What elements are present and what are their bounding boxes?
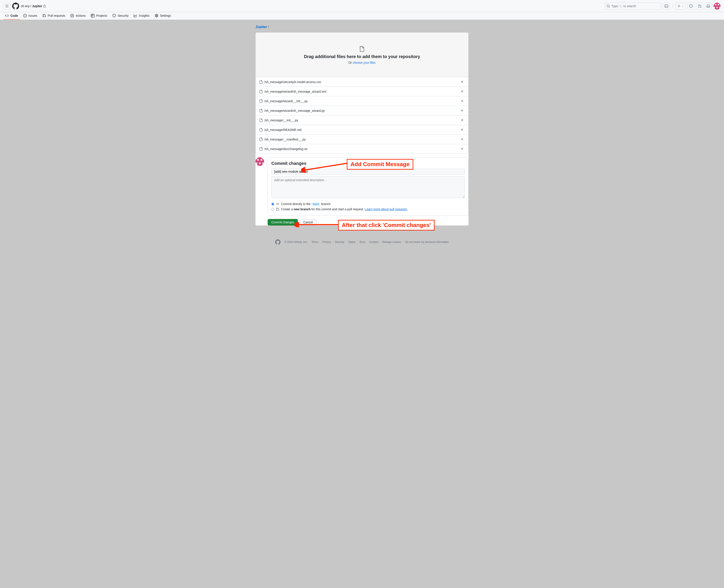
breadcrumb-separator: / (268, 25, 269, 29)
inbox-icon (707, 4, 710, 8)
file-path: /sh_message/doc/changelog.rst (264, 147, 457, 151)
github-logo[interactable] (12, 3, 19, 9)
annotation-add-message: Add Commit Message (347, 159, 413, 170)
github-mark-icon (12, 3, 19, 9)
tab-insights[interactable]: Insights (132, 12, 151, 20)
file-row: /sh_message/__manifest__.py ✕ (256, 134, 468, 144)
footer-security-link[interactable]: Security (335, 240, 344, 244)
cancel-button[interactable]: Cancel (300, 219, 317, 226)
pull-requests-global-button[interactable] (696, 3, 703, 9)
remove-file-button[interactable]: ✕ (460, 137, 465, 142)
lock-icon (43, 4, 46, 7)
file-icon (259, 128, 263, 131)
file-row: /sh_message/security/ir.model.access.csv… (256, 77, 468, 87)
remove-file-button[interactable]: ✕ (460, 127, 465, 132)
owner-link[interactable]: sh-erp (21, 4, 29, 8)
graph-icon (134, 14, 137, 17)
page-breadcrumb: Jupiter / (255, 25, 469, 29)
radio-commit-direct-input[interactable] (271, 203, 274, 206)
commit-target-options: Commit directly to the test branch. Crea… (271, 202, 465, 212)
repo-nav: Code Issues Pull requests Actions Projec… (0, 12, 724, 20)
file-path: /sh_message/wizard/__init__.py (264, 99, 457, 103)
annotation-click-commit: After that click 'Commit changes' (338, 220, 434, 231)
avatar-image (714, 3, 721, 9)
file-row: /sh_message/wizard/sh_message_wizard.py … (256, 106, 468, 115)
pull-request-icon (42, 14, 46, 17)
tab-projects[interactable]: Projects (89, 12, 109, 20)
file-row: /sh_message/wizard/sh_message_wizard.xml… (256, 87, 468, 96)
plus-icon (677, 4, 681, 8)
commit-avatar (255, 157, 264, 166)
pull-request-icon (698, 4, 701, 8)
file-path: /sh_message/__manifest__.py (264, 138, 457, 141)
radio-newbranch-bold: new branch (294, 207, 311, 211)
learn-more-pulls-link[interactable]: Learn more about pull requests. (365, 207, 408, 211)
radio-new-branch[interactable]: Create a new branch for this commit and … (271, 207, 465, 212)
breadcrumb-separator: / (30, 4, 31, 8)
create-new-button[interactable] (675, 3, 686, 9)
file-icon (259, 90, 263, 93)
file-dropzone[interactable]: Drag additional files here to add them t… (255, 33, 469, 77)
tab-code[interactable]: Code (3, 12, 20, 20)
search-icon (606, 4, 610, 8)
tab-pulls[interactable]: Pull requests (41, 12, 67, 20)
radio-newbranch-pre: Create a (281, 207, 294, 211)
tab-issues-label: Issues (28, 14, 37, 17)
commit-changes-button[interactable]: Commit changes (268, 219, 298, 226)
dropzone-heading: Drag additional files here to add them t… (304, 54, 420, 59)
footer-docs-link[interactable]: Docs (359, 240, 365, 244)
footer-status-link[interactable]: Status (348, 240, 356, 244)
command-palette-button[interactable] (663, 3, 670, 9)
radio-direct-pre: Commit directly to the (281, 202, 311, 206)
remove-file-button[interactable]: ✕ (460, 79, 465, 84)
footer-cookies-link[interactable]: Manage cookies (382, 240, 401, 244)
radio-new-branch-input[interactable] (271, 208, 274, 211)
remove-file-button[interactable]: ✕ (460, 99, 465, 104)
radio-commit-direct[interactable]: Commit directly to the test branch. (271, 202, 465, 207)
caret-down-icon (682, 5, 684, 7)
file-path: /sh_message/wizard/sh_message_wizard.py (264, 109, 457, 112)
tab-pulls-label: Pull requests (48, 14, 65, 17)
tab-settings[interactable]: Settings (153, 12, 173, 20)
branch-name-badge: test (311, 203, 320, 206)
footer-logo (275, 239, 280, 245)
file-icon (259, 80, 263, 84)
radio-newbranch-post: for this commit and start a pull request… (311, 207, 365, 211)
search-input[interactable]: Type / to search (605, 3, 661, 9)
file-path: /sh_message/README.md (264, 128, 457, 131)
tab-security[interactable]: Security (111, 12, 130, 20)
file-row: /sh_message/README.md ✕ (256, 125, 468, 134)
remove-file-button[interactable]: ✕ (460, 108, 465, 113)
footer-privacy-link[interactable]: Privacy (322, 240, 331, 244)
issues-global-button[interactable] (687, 3, 695, 9)
tab-actions[interactable]: Actions (69, 12, 87, 20)
file-icon (359, 45, 365, 52)
user-avatar-button[interactable] (714, 3, 721, 9)
tab-issues[interactable]: Issues (22, 12, 39, 20)
commit-description-textarea[interactable] (271, 176, 465, 198)
search-placeholder-pre: Type (611, 4, 618, 8)
choose-files-link[interactable]: choose your files (353, 61, 376, 64)
notifications-button[interactable] (705, 3, 712, 9)
code-icon (5, 14, 9, 17)
remove-file-button[interactable]: ✕ (460, 146, 465, 151)
footer-contact-link[interactable]: Contact (369, 240, 378, 244)
tab-insights-label: Insights (139, 14, 149, 17)
hamburger-menu-button[interactable] (3, 3, 10, 9)
footer-terms-link[interactable]: Terms (311, 240, 319, 244)
breadcrumb-repo-link[interactable]: Jupiter (255, 25, 267, 29)
file-row: /sh_message/wizard/__init__.py ✕ (256, 96, 468, 106)
file-path: /sh_message/security/ir.model.access.csv (264, 80, 457, 84)
dropzone-subtext: Or choose your files (348, 61, 376, 64)
file-icon (259, 119, 263, 122)
remove-file-button[interactable]: ✕ (460, 89, 465, 94)
slash-key-hint: / (619, 4, 622, 7)
pull-request-icon (276, 207, 279, 211)
remove-file-button[interactable]: ✕ (460, 118, 465, 123)
footer-personal-link[interactable]: Do not share my personal information (405, 240, 449, 244)
play-icon (70, 14, 74, 17)
file-icon (259, 99, 263, 103)
repo-link[interactable]: Jupiter (32, 4, 42, 8)
tab-projects-label: Projects (96, 14, 107, 17)
search-placeholder-post: to search (623, 4, 636, 8)
